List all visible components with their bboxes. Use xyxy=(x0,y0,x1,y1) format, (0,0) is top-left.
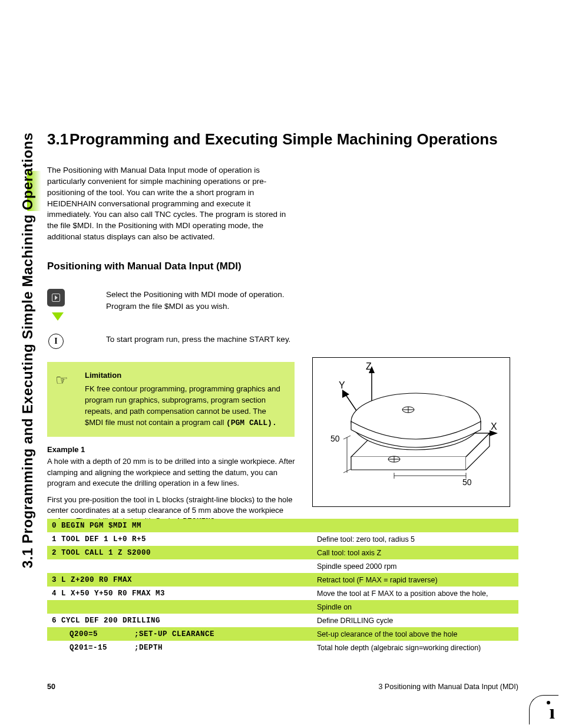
code-cell: Q200=5;SET-UP CLEARANCE xyxy=(47,627,312,641)
footer-chapter: 3 Positioning with Manual Data Input (MD… xyxy=(378,683,518,691)
axis-x-label: X xyxy=(491,421,497,431)
page-footer: 50 3 Positioning with Manual Data Input … xyxy=(47,683,518,691)
code-cell: 1 TOOL DEF 1 L+0 R+5 xyxy=(47,532,312,546)
section-heading: Positioning with Manual Data Input (MDI) xyxy=(47,261,518,272)
note-code: (PGM CALL). xyxy=(226,419,277,427)
code-cell: 4 L X+50 Y+50 R0 FMAX M3 xyxy=(47,587,312,600)
desc-cell: Define DRILLING cycle xyxy=(312,614,518,627)
coordinate-diagram: Z Y X 50 xyxy=(312,357,510,507)
title-text: Programming and Executing Simple Machini… xyxy=(70,130,498,148)
code-cell: Q201=-15;DEPTH xyxy=(47,641,312,654)
title-number: 3.1 xyxy=(47,131,70,149)
table-row: Spindle speed 2000 rpm xyxy=(47,559,518,573)
table-row: 3 L Z+200 R0 FMAXRetract tool (F MAX = r… xyxy=(47,573,518,587)
table-row: 0 BEGIN PGM $MDI MM xyxy=(47,519,518,532)
hand-pointer-icon: ☞ xyxy=(55,370,68,391)
start-key-icon: I xyxy=(48,334,64,349)
program-listing-table: 0 BEGIN PGM $MDI MM1 TOOL DEF 1 L+0 R+5D… xyxy=(47,519,518,654)
code-cell xyxy=(47,600,312,614)
table-row: Q200=5;SET-UP CLEARANCESet-up clearance … xyxy=(47,627,518,641)
desc-cell: Define tool: zero tool, radius 5 xyxy=(312,532,518,546)
svg-marker-3 xyxy=(342,390,349,398)
sidebar-section-title: 3.1 Programming and Executing Simple Mac… xyxy=(13,132,42,568)
dim-50-bottom: 50 xyxy=(462,477,472,487)
desc-cell: Spindle speed 2000 rpm xyxy=(312,559,518,573)
table-row: 4 L X+50 Y+50 R0 FMAX M3Move the tool at… xyxy=(47,587,518,600)
table-row: Spindle on xyxy=(47,600,518,614)
page-title: 3.1Programming and Executing Simple Mach… xyxy=(47,131,518,149)
step-row-mode: Select the Positioning with MDI mode of … xyxy=(47,289,518,321)
table-row: 2 TOOL CALL 1 Z S2000Call tool: tool axi… xyxy=(47,546,518,559)
limitation-note: ☞ Limitation FK free contour programming… xyxy=(47,362,295,437)
mdi-key-icon xyxy=(47,289,65,307)
desc-cell: Move the tool at F MAX to a position abo… xyxy=(312,587,518,600)
code-cell: 2 TOOL CALL 1 Z S2000 xyxy=(47,546,312,559)
desc-cell: Spindle on xyxy=(312,600,518,614)
page-number: 50 xyxy=(47,683,55,691)
step-text-start: To start program run, press the machine … xyxy=(106,334,300,345)
code-cell xyxy=(47,559,312,573)
table-row: 1 TOOL DEF 1 L+0 R+5Define tool: zero to… xyxy=(47,532,518,546)
step-row-start: I To start program run, press the machin… xyxy=(47,334,518,349)
example-paragraph-1: A hole with a depth of 20 mm is to be dr… xyxy=(47,456,300,489)
down-arrow-icon xyxy=(52,312,64,321)
code-cell: 6 CYCL DEF 200 DRILLING xyxy=(47,614,312,627)
axis-y-label: Y xyxy=(339,380,345,390)
desc-cell: Call tool: tool axis Z xyxy=(312,546,518,559)
intro-paragraph: The Positioning with Manual Data Input m… xyxy=(47,165,295,243)
step-text-mode: Select the Positioning with MDI mode of … xyxy=(106,289,300,312)
axis-z-label: Z xyxy=(366,361,372,371)
desc-cell: Retract tool (F MAX = rapid traverse) xyxy=(312,573,518,587)
code-cell: 0 BEGIN PGM $MDI MM xyxy=(47,519,312,532)
dim-50-left: 50 xyxy=(330,434,340,443)
info-icon: ı xyxy=(529,695,558,724)
desc-cell: Total hole depth (algebraic sign=working… xyxy=(312,641,518,654)
table-row: Q201=-15;DEPTHTotal hole depth (algebrai… xyxy=(47,641,518,654)
desc-cell: Set-up clearance of the tool above the h… xyxy=(312,627,518,641)
note-heading: Limitation xyxy=(85,370,286,381)
table-row: 6 CYCL DEF 200 DRILLINGDefine DRILLING c… xyxy=(47,614,518,627)
desc-cell xyxy=(312,519,518,532)
code-cell: 3 L Z+200 R0 FMAX xyxy=(47,573,312,587)
